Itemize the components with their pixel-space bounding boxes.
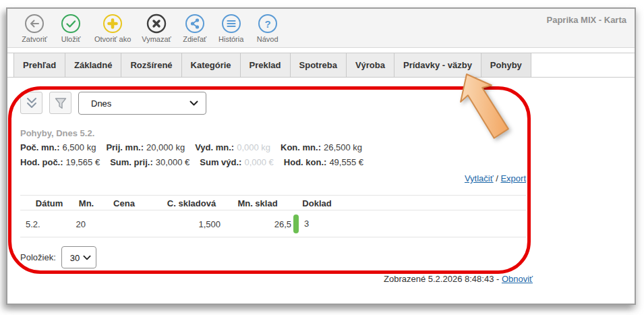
history-button-label: História <box>218 35 243 43</box>
column-header-c-skladova: C. skladová <box>167 198 216 208</box>
stat-hod-poc: Hod. poč.:19,565 € <box>20 157 100 167</box>
toolbar: Zatvoriť Uložiť Otvoriť ako Vymazať <box>7 9 635 48</box>
window-title: Paprika MIX - Karta <box>547 15 627 25</box>
app-window: Zatvoriť Uložiť Otvoriť ako Vymazať <box>6 7 636 305</box>
stat-prij-mn: Prij. mn.:20,000 kg <box>106 142 185 152</box>
save-button[interactable]: Uložiť <box>55 13 86 43</box>
plus-icon <box>103 13 123 34</box>
cell-mn: 20 <box>76 219 86 229</box>
column-header-mn: Mn. <box>79 198 94 208</box>
column-header-doklad: Doklad <box>302 198 331 208</box>
save-button-label: Uložiť <box>61 35 81 43</box>
status-bar: Zobrazené 5.2.2026 8:48:43 - Obnoviť <box>20 274 533 284</box>
stat-poc-mn: Poč. mn.:6,500 kg <box>20 142 96 152</box>
chevron-down-icon <box>83 255 91 260</box>
back-arrow-icon <box>24 13 45 34</box>
pager-row: Položiek: 30 <box>20 246 96 268</box>
export-link[interactable]: Export <box>500 173 526 183</box>
share-button-label: Zdieľať <box>183 35 206 43</box>
refresh-link[interactable]: Obnoviť <box>502 274 533 284</box>
tab-preklad[interactable]: Preklad <box>241 53 291 77</box>
cell-datum: 5.2. <box>26 219 40 229</box>
x-mark-icon <box>146 13 167 34</box>
open-as-button-label: Otvoriť ako <box>94 35 131 43</box>
summary-quantities-row: Poč. mn.:6,500 kg Prij. mn.:20,000 kg Vy… <box>20 142 362 152</box>
tab-pohyby[interactable]: Pohyby <box>481 53 531 77</box>
open-as-button[interactable]: Otvoriť ako <box>92 13 134 43</box>
items-per-page-value: 30 <box>70 252 80 262</box>
share-icon <box>185 13 205 34</box>
tab-spotreba[interactable]: Spotreba <box>291 53 347 77</box>
tab-pridavky-vazby[interactable]: Prídavky - väzby <box>394 53 481 77</box>
help-button-label: Návod <box>257 35 279 43</box>
stat-hod-kon: Hod. kon.:49,555 € <box>284 157 363 167</box>
share-button[interactable]: Zdieľať <box>179 13 210 43</box>
column-header-cena: Cena <box>113 198 135 208</box>
close-button-label: Zatvoriť <box>22 35 47 43</box>
actions-row: Vytlačiť / Export <box>20 173 526 183</box>
stat-kon-mn: Kon. mn.:26,500 kg <box>281 142 362 152</box>
close-button[interactable]: Zatvoriť <box>19 13 50 43</box>
summary-values-row: Hod. poč.:19,565 € Sum. prij.:30,000 € S… <box>20 157 363 167</box>
tab-prehlad[interactable]: Prehľad <box>13 53 65 77</box>
cell-mn-sklad: 26,5 <box>274 219 291 229</box>
tab-rozsirene[interactable]: Rozšírené <box>121 53 181 77</box>
list-lines-icon <box>221 13 241 34</box>
tab-vyroba[interactable]: Výroba <box>347 53 394 77</box>
print-link[interactable]: Vytlačiť <box>465 173 494 183</box>
items-per-page-select[interactable]: 30 <box>61 246 96 268</box>
column-header-mn-sklad: Mn. sklad <box>237 198 277 208</box>
filter-button[interactable] <box>49 92 71 114</box>
stat-sum-vyd: Sum výd.:0,000 € <box>200 157 274 167</box>
collapse-button[interactable] <box>20 92 42 114</box>
funnel-icon <box>53 96 68 111</box>
chevron-down-icon <box>189 101 198 106</box>
column-header-datum: Dátum <box>36 198 63 208</box>
items-per-page-label: Položiek: <box>20 252 56 262</box>
tab-zakladne[interactable]: Základné <box>65 53 121 77</box>
movements-table: Dátum Mn. Cena C. skladová Mn. sklad Dok… <box>20 195 526 237</box>
doklad-value: 3 <box>304 219 309 229</box>
cell-doklad: 3 <box>293 214 309 233</box>
question-icon: ? <box>258 13 278 34</box>
cell-c-skladova: 1,500 <box>198 219 221 229</box>
delete-button[interactable]: Vymazať <box>139 13 173 43</box>
tab-kategorie[interactable]: Kategórie <box>182 53 241 77</box>
status-text: Zobrazené 5.2.2026 8:48:43 - <box>384 274 502 284</box>
stat-sum-prij: Sum. prij.:30,000 € <box>110 157 189 167</box>
help-button[interactable]: ? Návod <box>252 13 283 43</box>
svg-text:?: ? <box>264 18 270 30</box>
double-chevron-down-icon <box>24 95 40 111</box>
check-icon <box>61 13 81 34</box>
stat-vyd-mn: Vyd. mn.:0,000 kg <box>195 142 270 152</box>
history-button[interactable]: História <box>216 13 247 43</box>
period-select[interactable]: Dnes <box>78 92 206 115</box>
section-heading: Pohyby, Dnes 5.2. <box>20 128 94 138</box>
period-select-value: Dnes <box>91 98 111 109</box>
table-row[interactable]: 5.2. 20 1,500 26,5 3 <box>20 210 526 237</box>
delete-button-label: Vymazať <box>142 35 171 43</box>
link-separator: / <box>494 173 501 183</box>
tab-bar: Prehľad Základné Rozšírené Kategórie Pre… <box>7 53 635 78</box>
table-header-row: Dátum Mn. Cena C. skladová Mn. sklad Dok… <box>20 195 526 210</box>
doklad-indicator <box>293 214 299 233</box>
filter-row: Dnes <box>20 92 206 115</box>
